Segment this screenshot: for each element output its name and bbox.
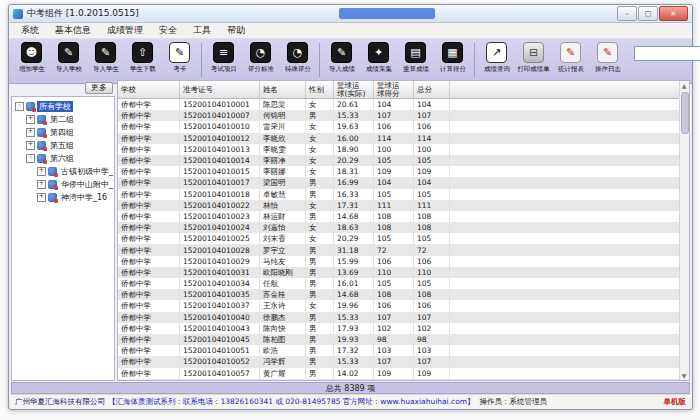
table-row[interactable]: 侨都中学15200104010059黄文杰男18.32105105 <box>118 379 680 380</box>
table-row[interactable]: 侨都中学15200104010034任航男16.01105105 <box>118 278 680 289</box>
toolbar-score-query-button[interactable]: ↗成绩查询 <box>478 42 515 74</box>
cell-col-exam-id: 15200104010051 <box>180 345 260 356</box>
column-header-col-gender[interactable]: 性别 <box>306 81 334 98</box>
column-header-col-total[interactable]: 总分 <box>414 81 450 98</box>
column-header-col-exam-id[interactable]: 准考证号 <box>180 81 260 98</box>
scroll-up-icon[interactable]: ▲ <box>680 81 688 90</box>
quick-search-input[interactable] <box>634 46 700 61</box>
table-row[interactable]: 侨都中学15200104010040徐鹏杰男15.33107107 <box>118 312 680 323</box>
expand-icon[interactable]: + <box>37 193 46 202</box>
table-row[interactable]: 侨都中学15200104010014李丽净女20.29105105 <box>118 155 680 166</box>
collapse-icon[interactable]: - <box>15 102 24 111</box>
menu-bar: 系统基本信息成绩管理安全工具帮助 <box>9 23 692 39</box>
toolbar-print-transcript-button[interactable]: ⊟打印成绩单 <box>515 42 552 74</box>
toolbar-add-student-button[interactable]: ☻增加学生 <box>13 42 50 74</box>
table-row[interactable]: 侨都中学15200104010007何锦明男15.33107107 <box>118 110 680 121</box>
official-website-link[interactable]: www.huaxiahuihai.com <box>380 397 467 406</box>
table-row[interactable]: 侨都中学15200104010052冯学辉男15.33107107 <box>118 356 680 367</box>
table-row[interactable]: 侨都中学15200104010013李晓雯女18.90100100 <box>118 144 680 155</box>
maximize-button[interactable]: □ <box>638 6 658 21</box>
table-row[interactable]: 侨都中学15200104010017梁国明男16.99104104 <box>118 177 680 188</box>
tree-node-华侨中山附中_18[interactable]: +华侨中山附中_18 <box>12 178 114 191</box>
toolbar-import-school-button[interactable]: ✎导入学校 <box>50 42 87 74</box>
menu-tools[interactable]: 工具 <box>185 24 219 37</box>
column-header-col-name[interactable]: 姓名 <box>260 81 306 98</box>
cell-col-gender: 女 <box>306 222 334 233</box>
toolbar-recalculate-scores-button[interactable]: ▤重算成绩 <box>397 42 434 74</box>
minimize-button[interactable]: – <box>617 6 637 21</box>
table-row[interactable]: 侨都中学15200104010045陈柏图男19.939898 <box>118 334 680 345</box>
expand-icon[interactable]: + <box>26 128 35 137</box>
menu-score-management[interactable]: 成绩管理 <box>99 24 151 37</box>
toolbar-import-scores-button[interactable]: ✎导入成绩 <box>323 42 360 74</box>
toolbar-scoring-standard-button[interactable]: ◔评分标准 <box>242 42 279 74</box>
tree-node-第四组[interactable]: +第四组 <box>12 126 114 139</box>
cell-col-school: 侨都中学 <box>118 356 180 367</box>
table-row[interactable]: 侨都中学15200104010028罗宇立男31.187272 <box>118 244 680 255</box>
cell-col-exam-id: 15200104010045 <box>180 334 260 345</box>
more-button[interactable]: 更多 <box>85 82 113 94</box>
vertical-scrollbar[interactable]: ▲ ▼ <box>679 81 689 380</box>
table-row[interactable]: 侨都中学15200104010001陈思棠女20.61104104 <box>118 99 680 110</box>
menu-help[interactable]: 帮助 <box>219 24 253 37</box>
table-row[interactable]: 侨都中学15200104010051欧浩男17.32103103 <box>118 345 680 356</box>
column-header-col-school[interactable]: 学校 <box>118 81 180 98</box>
table-row[interactable]: 侨都中学15200104010023林运财男14.68108108 <box>118 211 680 222</box>
toolbar-import-student-button[interactable]: ✎导入学生 <box>87 42 124 74</box>
table-row[interactable]: 侨都中学15200104010018卓敏慧男16.33105105 <box>118 189 680 200</box>
collapse-icon[interactable]: - <box>26 154 35 163</box>
toolbar-score-collection-button[interactable]: ✦成绩采集 <box>360 42 397 74</box>
table-row[interactable]: 侨都中学15200104010043陈向快男17.93102102 <box>118 323 680 334</box>
toolbar-operation-log-button[interactable]: ✎操作日志 <box>589 42 626 74</box>
table-row[interactable]: 侨都中学15200104010057黄广耀男14.02109109 <box>118 368 680 379</box>
table-row[interactable]: 侨都中学15200104010024刘嘉怡女18.63108108 <box>118 222 680 233</box>
table-row[interactable]: 侨都中学15200104010015李丽娜女18.31109109 <box>118 166 680 177</box>
toolbar-student-download-button[interactable]: ⇧学生下载 <box>124 42 161 74</box>
import-student-icon: ✎ <box>95 42 116 63</box>
cell-col-school: 侨都中学 <box>118 121 180 132</box>
cell-col-total: 105 <box>414 155 450 166</box>
menu-system[interactable]: 系统 <box>13 24 47 37</box>
cell-col-name: 卓敏慧 <box>260 189 306 200</box>
cell-col-basketball-actual: 15.33 <box>334 110 374 121</box>
tree-node-第二组[interactable]: +第二组 <box>12 113 114 126</box>
scrollbar-thumb[interactable] <box>681 92 689 134</box>
cell-col-basketball-actual: 16.33 <box>334 189 374 200</box>
toolbar-exam-items-button[interactable]: ≡考试项目 <box>205 42 242 74</box>
expand-icon[interactable]: + <box>37 180 46 189</box>
table-row[interactable]: 侨都中学15200104010035苏金桂男14.68108108 <box>118 289 680 300</box>
table-row[interactable]: 侨都中学15200104010010雷采川女19.63106106 <box>118 121 680 132</box>
cell-col-basketball-score: 105 <box>374 379 414 380</box>
exam-items-icon: ≡ <box>213 42 234 63</box>
menu-basic-info[interactable]: 基本信息 <box>47 24 99 37</box>
tree-node-第六组[interactable]: -第六组 <box>12 152 114 165</box>
toolbar-special-scoring-button[interactable]: ◔特殊评分 <box>279 42 316 74</box>
cell-col-gender: 女 <box>306 166 334 177</box>
tree-node-神湾中学_16[interactable]: +神湾中学_16 <box>12 191 114 204</box>
toolbar-calculate-score-button[interactable]: ▦计算得分 <box>434 42 471 74</box>
table-row[interactable]: 侨都中学15200104010012李晓欣女16.00114114 <box>118 133 680 144</box>
expand-icon[interactable]: + <box>26 115 35 124</box>
toolbar-exam-card-button[interactable]: ✎考卡 <box>161 42 198 74</box>
table-row[interactable]: 侨都中学15200104010025刘末香女20.29105105 <box>118 233 680 244</box>
table-row[interactable]: 侨都中学15200104010029马纯友男15.99106106 <box>118 256 680 267</box>
table-row[interactable]: 侨都中学15200104010031欧阳晓刚男13.69110110 <box>118 267 680 278</box>
expand-icon[interactable]: + <box>37 167 46 176</box>
scroll-down-icon[interactable]: ▼ <box>680 371 688 380</box>
menu-security[interactable]: 安全 <box>151 24 185 37</box>
tree-node-第五组[interactable]: +第五组 <box>12 139 114 152</box>
tree-node-古镇初级中学_17[interactable]: +古镇初级中学_17 <box>12 165 114 178</box>
toolbar-statistics-report-button[interactable]: ✎统计报表 <box>552 42 589 74</box>
expand-icon[interactable]: + <box>26 141 35 150</box>
cell-col-school: 侨都中学 <box>118 312 180 323</box>
cell-col-total: 109 <box>414 368 450 379</box>
column-header-col-basketball-actual[interactable]: 篮球运 球(实际) <box>334 81 374 98</box>
cell-col-school: 侨都中学 <box>118 323 180 334</box>
column-header-col-basketball-score[interactable]: 篮球运 球得分 <box>374 81 414 98</box>
tree-node-所有学校[interactable]: -所有学校 <box>12 100 114 113</box>
table-row[interactable]: 侨都中学15200104010037王永诗女19.96106106 <box>118 300 680 311</box>
table-row[interactable]: 侨都中学15200104010022林怡女17.31111111 <box>118 200 680 211</box>
close-button[interactable]: ✕ <box>659 6 688 21</box>
cell-col-exam-id: 15200104010013 <box>180 144 260 155</box>
tree-node-label: 第四组 <box>48 127 76 138</box>
